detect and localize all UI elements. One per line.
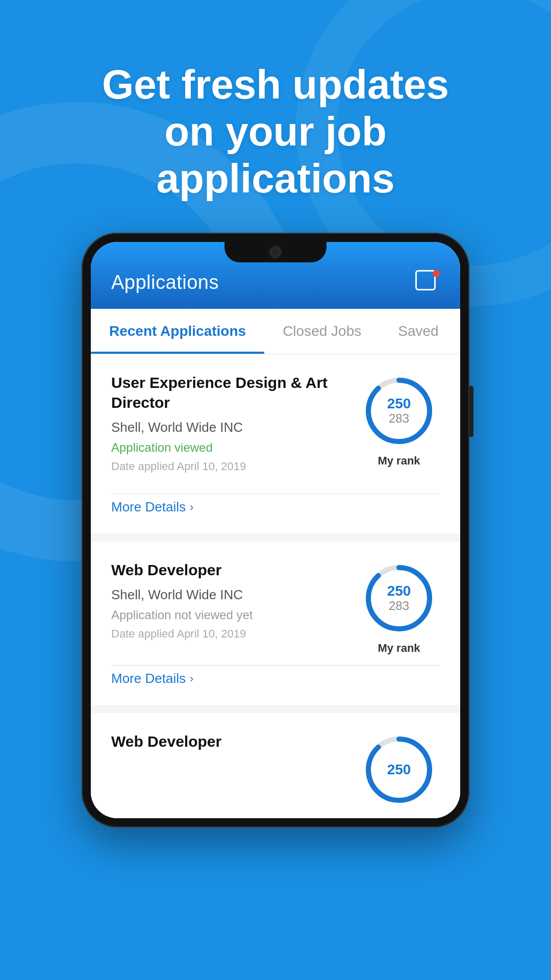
rank-container-3: 250 [358, 731, 440, 808]
hero-section: Get fresh updates on your job applicatio… [0, 0, 551, 233]
job-title-3: Web Developer [111, 731, 348, 751]
application-card-1: User Experience Design & Art Director Sh… [91, 354, 460, 533]
rank-numbers-3: 250 [387, 762, 411, 778]
card-info-1: User Experience Design & Art Director Sh… [111, 373, 358, 483]
rank-label-2: My rank [378, 642, 420, 655]
date-applied-1: Date applied April 10, 2019 [111, 460, 348, 473]
rank-circle-2: 250 283 [361, 560, 437, 636]
application-card-2: Web Developer Shell, World Wide INC Appl… [91, 542, 460, 705]
card-info-3: Web Developer [111, 731, 358, 758]
app-title: Applications [111, 272, 219, 293]
card-info-2: Web Developer Shell, World Wide INC Appl… [111, 560, 358, 651]
date-applied-2: Date applied April 10, 2019 [111, 627, 348, 641]
card-divider-1 [111, 494, 440, 494]
chevron-right-icon-2: › [190, 672, 193, 685]
tab-saved[interactable]: Saved [380, 309, 457, 354]
application-card-3-partial: Web Developer 250 [91, 713, 460, 818]
rank-numbers-2: 250 283 [387, 583, 411, 612]
phone-mockup: Applications Recent Applications Closed … [0, 233, 551, 827]
phone-screen: Applications Recent Applications Closed … [91, 242, 460, 818]
company-name-2: Shell, World Wide INC [111, 587, 348, 603]
card-divider-2 [111, 665, 440, 666]
chevron-right-icon-1: › [190, 501, 193, 514]
phone-frame: Applications Recent Applications Closed … [82, 233, 469, 827]
application-status-2: Application not viewed yet [111, 608, 348, 622]
rank-container-2: 250 283 My rank [358, 560, 440, 655]
company-name-1: Shell, World Wide INC [111, 420, 348, 435]
rank-container-1: 250 283 My rank [358, 373, 440, 468]
rank-label-1: My rank [378, 454, 420, 468]
tab-recent-applications[interactable]: Recent Applications [91, 309, 264, 354]
notification-button[interactable] [415, 270, 440, 295]
phone-side-button [469, 386, 473, 437]
application-status-1: Application viewed [111, 440, 348, 455]
rank-circle-1: 250 283 [361, 373, 437, 449]
job-title-1: User Experience Design & Art Director [111, 373, 348, 412]
job-title-2: Web Developer [111, 560, 348, 580]
rank-circle-3: 250 [361, 731, 437, 808]
tabs-bar: Recent Applications Closed Jobs Saved [91, 309, 460, 354]
tab-closed-jobs[interactable]: Closed Jobs [264, 309, 380, 354]
more-details-button-2[interactable]: More Details › [111, 671, 440, 687]
notification-badge [433, 270, 440, 277]
rank-numbers-1: 250 283 [387, 396, 411, 425]
application-list: User Experience Design & Art Director Sh… [91, 354, 460, 818]
hero-headline: Get fresh updates on your job applicatio… [41, 61, 510, 202]
more-details-button-1[interactable]: More Details › [111, 499, 440, 515]
phone-notch [224, 242, 327, 262]
phone-camera [268, 245, 283, 259]
